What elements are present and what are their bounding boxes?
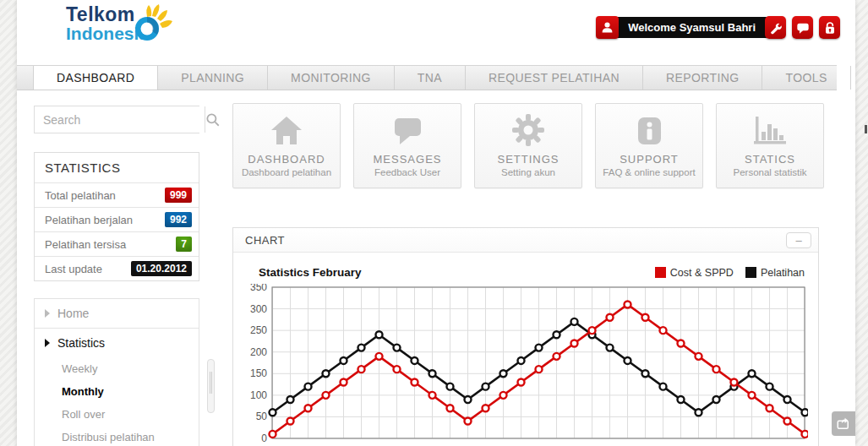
search-box (34, 106, 199, 133)
sidebar-item-label: Distribusi pelatihan (62, 431, 155, 443)
svg-text:300: 300 (250, 303, 267, 315)
sidebar-item-statistics[interactable]: Statistics (35, 329, 199, 357)
card-subtitle: Setting akun (501, 167, 555, 177)
search-icon[interactable] (205, 106, 221, 133)
sidebar-item-distribusi-pelatihan[interactable]: Distribusi pelatihan (35, 426, 199, 446)
sidebar-scrollbar[interactable] (207, 359, 215, 413)
stat-label: Pelatihan tersisa (45, 238, 126, 251)
chart-legend: Cost & SPPDPelatihan (655, 267, 805, 279)
chevron-right-icon (45, 309, 50, 318)
chart-panel-header: CHART – (233, 228, 818, 253)
tab-reporting[interactable]: REPORTING (643, 66, 763, 90)
header-actions (765, 16, 840, 39)
gear-icon (510, 104, 546, 148)
stat-label: Total pelatihan (45, 189, 116, 202)
tab-tna[interactable]: TNA (395, 66, 466, 90)
sidebar-item-monthly[interactable]: Monthly (35, 380, 199, 403)
tab-planning[interactable]: PLANNING (158, 66, 268, 90)
stat-label: Pelatihan berjalan (45, 214, 133, 226)
share-icon[interactable] (832, 411, 855, 436)
statistics-title: STATISTICS (35, 153, 199, 182)
card-statics[interactable]: STATICSPersonal statistik (716, 103, 824, 188)
tab-dashboard[interactable]: DASHBOARD (33, 66, 158, 90)
card-settings[interactable]: SETTINGSSetting akun (474, 103, 582, 188)
legend-swatch (745, 267, 756, 278)
page-scrollbar[interactable] (864, 0, 868, 446)
card-subtitle: FAQ & online support (603, 167, 695, 177)
card-title: SUPPORT (620, 153, 679, 166)
tab-tools[interactable]: TOOLS (762, 66, 850, 90)
card-messages[interactable]: MESSAGESFeedback User (353, 103, 461, 188)
legend-label: Pelatihan (761, 267, 805, 279)
legend-item-cost-sppd: Cost & SPPD (655, 267, 734, 279)
card-subtitle: Personal statistik (734, 167, 807, 177)
stat-value-badge: 999 (165, 188, 192, 203)
chart-panel: CHART – Statistics February Cost & SPPDP… (232, 227, 819, 446)
chevron-right-icon (45, 339, 50, 347)
svg-text:150: 150 (250, 367, 267, 379)
welcome-group: Welcome Syamsul Bahri (596, 16, 769, 39)
telkom-logo-icon (127, 3, 174, 47)
bar-chart-icon (751, 104, 789, 148)
wrench-icon[interactable] (765, 16, 786, 39)
stat-row-pelatihan-tersisa: Pelatihan tersisa7 (35, 231, 199, 256)
sidebar-menu: HomeStatisticsWeeklyMonthlyRoll overDist… (34, 298, 199, 446)
user-icon[interactable] (596, 16, 619, 39)
home-icon (269, 104, 304, 148)
chart-panel-title: CHART (245, 234, 285, 247)
stat-value-badge: 01.20.2012 (131, 261, 192, 276)
chat-icon (389, 104, 426, 148)
card-subtitle: Dashboard pelatihan (242, 167, 331, 177)
card-dashboard[interactable]: DASHBOARDDashboard pelatihan (232, 103, 341, 188)
content: STATISTICS Total pelatihan999Pelatihan b… (17, 90, 855, 446)
lock-icon[interactable] (819, 16, 840, 39)
stat-row-pelatihan-berjalan: Pelatihan berjalan992 (35, 207, 199, 231)
tab-request-pelatihan[interactable]: REQUEST PELATIHAN (466, 66, 643, 90)
stat-row-total-pelatihan: Total pelatihan999 (35, 182, 199, 207)
sidebar-item-weekly[interactable]: Weekly (35, 357, 199, 380)
card-title: SETTINGS (497, 153, 559, 166)
chat-icon[interactable] (792, 16, 813, 39)
legend-item-pelatihan: Pelatihan (745, 267, 805, 279)
statistics-panel: STATISTICS Total pelatihan999Pelatihan b… (34, 152, 199, 281)
svg-text:0: 0 (261, 432, 267, 444)
stat-value-badge: 7 (176, 237, 192, 252)
nav-tabs: DASHBOARDPLANNINGMONITORINGTNAREQUEST PE… (17, 65, 837, 90)
svg-text:200: 200 (250, 346, 267, 358)
main-area: DASHBOARDDashboard pelatihanMESSAGESFeed… (232, 90, 827, 446)
card-support[interactable]: SUPPORTFAQ & online support (595, 103, 703, 188)
svg-text:250: 250 (250, 324, 267, 336)
svg-text:350: 350 (250, 284, 267, 293)
line-chart: 050100150200250300350 (245, 284, 808, 446)
chart-meta: Statistics February Cost & SPPDPelatihan (245, 266, 808, 284)
shortcut-cards: DASHBOARDDashboard pelatihanMESSAGESFeed… (232, 103, 827, 188)
stat-label: Last update (45, 263, 102, 275)
sidebar-item-label: Weekly (62, 362, 97, 375)
sidebar-item-roll-over[interactable]: Roll over (35, 403, 199, 426)
statistics-rows: Total pelatihan999Pelatihan berjalan992P… (35, 182, 199, 280)
minimize-button[interactable]: – (786, 232, 811, 248)
sidebar: STATISTICS Total pelatihan999Pelatihan b… (34, 106, 199, 446)
sidebar-item-label: Home (57, 307, 89, 320)
header: Telkom Indonesia Welcome Syamsul Bahri (17, 0, 855, 65)
welcome-text: Welcome Syamsul Bahri (616, 17, 769, 38)
svg-text:100: 100 (250, 389, 267, 401)
app-window: Telkom Indonesia Welcome Syamsul Bahri (17, 0, 855, 446)
card-title: DASHBOARD (248, 153, 325, 166)
legend-swatch (655, 267, 666, 278)
legend-label: Cost & SPPD (670, 267, 734, 279)
stat-value-badge: 992 (165, 212, 192, 227)
sidebar-item-label: Monthly (62, 385, 104, 398)
info-icon (632, 104, 666, 148)
search-input[interactable] (35, 106, 205, 133)
sidebar-item-label: Statistics (57, 336, 105, 350)
chart-body: Statistics February Cost & SPPDPelatihan… (233, 253, 818, 446)
tab-monitoring[interactable]: MONITORING (268, 66, 395, 90)
card-title: STATICS (745, 153, 795, 166)
chart-title: Statistics February (259, 266, 362, 279)
sidebar-item-label: Roll over (62, 408, 105, 421)
stat-row-last-update: Last update01.20.2012 (35, 256, 199, 280)
telkom-logo[interactable]: Telkom Indonesia (66, 5, 149, 43)
sidebar-item-home[interactable]: Home (35, 299, 199, 328)
svg-text:50: 50 (256, 411, 268, 422)
